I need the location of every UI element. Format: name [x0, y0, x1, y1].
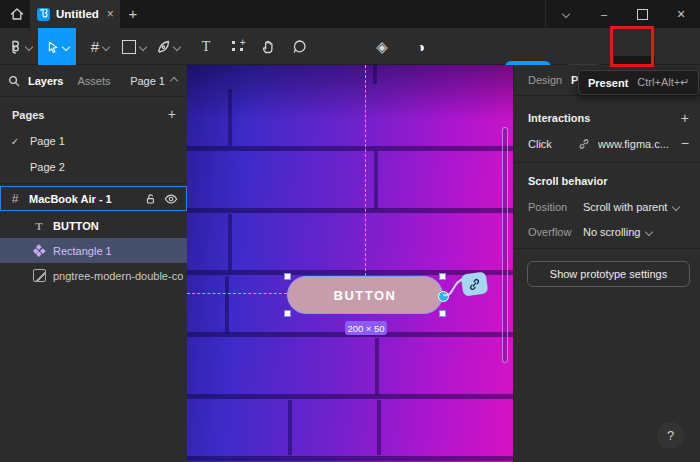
- interactions-header: Interactions: [528, 112, 590, 124]
- add-page-button[interactable]: +: [168, 106, 176, 122]
- layer-name: BUTTON: [53, 220, 99, 232]
- pages-header: Pages: [0, 103, 187, 127]
- position-label: Position: [528, 201, 580, 213]
- sidebar-header: Layers Assets Page 1: [0, 65, 187, 97]
- tab-title: Untitled: [56, 8, 99, 20]
- position-value: Scroll with parent: [583, 201, 667, 213]
- alignment-guide-vertical: [365, 65, 366, 276]
- selection-handle[interactable]: [284, 273, 291, 280]
- brick-joint: [225, 276, 229, 333]
- component-instance-icon: [31, 245, 47, 256]
- mask-button[interactable]: ◑: [409, 28, 433, 65]
- overflow-label: Overflow: [528, 226, 580, 238]
- sidebar-item-page1[interactable]: ✓ Page 1: [0, 129, 187, 153]
- page-selector-label: Page 1: [130, 75, 165, 87]
- layer-row-frame[interactable]: # MacBook Air - 1: [0, 186, 187, 211]
- resources-button[interactable]: +: [226, 28, 250, 65]
- interaction-row[interactable]: Click www.figma.c... −: [514, 135, 700, 153]
- sidebar-item-page2[interactable]: Page 2: [0, 155, 187, 179]
- page-selector[interactable]: Page 1: [130, 75, 177, 87]
- add-interaction-button[interactable]: +: [681, 110, 689, 126]
- selected-object[interactable]: BUTTON: [287, 276, 443, 314]
- frame-tool-button[interactable]: #: [84, 28, 116, 65]
- canvas-scrollbar[interactable]: [502, 127, 508, 363]
- text-tool-button[interactable]: T: [194, 28, 218, 65]
- comment-icon: [292, 39, 307, 54]
- page-name: Page 1: [30, 135, 65, 147]
- layer-row-rectangle-selected[interactable]: Rectangle 1: [0, 238, 187, 263]
- eye-icon[interactable]: [164, 193, 178, 205]
- page-name: Page 2: [30, 161, 65, 173]
- tab-design[interactable]: Design: [528, 74, 562, 86]
- new-tab-button[interactable]: +: [124, 4, 142, 22]
- layer-row-text[interactable]: T BUTTON: [0, 213, 187, 238]
- overflow-row: Overflow No scrolling: [514, 224, 700, 240]
- brick-joint: [373, 65, 377, 84]
- main-menu-button[interactable]: [4, 28, 36, 65]
- search-icon[interactable]: [8, 75, 20, 87]
- shape-tool-button[interactable]: [118, 28, 150, 65]
- pages-header-label: Pages: [12, 109, 44, 121]
- check-icon: ✓: [0, 136, 30, 147]
- text-icon: T: [202, 39, 211, 55]
- red-highlight-box: [610, 26, 654, 67]
- maximize-icon: [637, 9, 648, 20]
- scroll-behavior-header-row: Scroll behavior: [514, 173, 700, 189]
- tab-assets[interactable]: Assets: [77, 75, 110, 87]
- link-icon: [578, 138, 590, 150]
- prototype-link-badge[interactable]: [461, 271, 489, 296]
- interaction-trigger[interactable]: Click: [528, 138, 572, 150]
- move-cursor-icon: [45, 39, 59, 54]
- chevron-down-icon: [102, 42, 110, 50]
- window-menu-button[interactable]: [551, 0, 581, 28]
- layer-name: MacBook Air - 1: [29, 193, 144, 205]
- size-badge: 200 × 50: [345, 321, 387, 335]
- layer-row-image[interactable]: pngtree-modern-double-color...: [0, 263, 187, 288]
- interactions-header-row: Interactions +: [514, 110, 700, 126]
- chevron-down-icon: [24, 42, 32, 50]
- right-panel: Design Prototype Interactions + Click ww…: [513, 65, 700, 462]
- window-close-button[interactable]: ×: [666, 0, 696, 28]
- interaction-target[interactable]: www.figma.c...: [598, 138, 672, 150]
- comment-tool-button[interactable]: [287, 28, 311, 65]
- selection-handle[interactable]: [284, 310, 291, 317]
- remove-interaction-button[interactable]: −: [681, 135, 689, 151]
- unlock-icon[interactable]: [144, 193, 156, 205]
- brick-joint: [228, 214, 232, 271]
- window-minimize-button[interactable]: –: [589, 0, 619, 28]
- pen-icon: [156, 40, 170, 54]
- hand-tool-button[interactable]: [256, 28, 280, 65]
- tab-layers[interactable]: Layers: [28, 75, 63, 87]
- position-row: Position Scroll with parent: [514, 199, 700, 215]
- scroll-behavior-header: Scroll behavior: [528, 175, 607, 187]
- frame-icon: #: [91, 38, 99, 55]
- pen-tool-button[interactable]: [152, 28, 184, 65]
- create-component-button[interactable]: ◈: [370, 28, 394, 65]
- alignment-guide-horizontal: [187, 293, 287, 294]
- overflow-dropdown[interactable]: No scrolling: [583, 226, 652, 238]
- chevron-down-icon: [62, 42, 70, 50]
- window-maximize-button[interactable]: [627, 0, 657, 28]
- home-button[interactable]: [9, 6, 25, 22]
- brick-joint: [228, 89, 232, 146]
- help-button[interactable]: ?: [657, 422, 684, 449]
- show-prototype-settings-button[interactable]: Show prototype settings: [527, 261, 690, 287]
- present-tooltip: Present Ctrl+Alt+↵: [578, 70, 699, 95]
- chevron-down-icon: [645, 228, 653, 236]
- mask-icon: ◑: [417, 39, 425, 55]
- file-tab[interactable]: Untitled ×: [30, 0, 120, 28]
- selection-handle[interactable]: [439, 310, 446, 317]
- frame-icon: #: [1, 192, 29, 206]
- left-sidebar: Layers Assets Page 1 Pages + ✓ Page 1 Pa…: [0, 65, 187, 462]
- chevron-down-icon: [139, 42, 147, 50]
- move-tool-button[interactable]: [38, 28, 76, 65]
- toolbar: # T +: [0, 28, 700, 65]
- component-icon: ◈: [376, 38, 388, 56]
- tab-close-icon[interactable]: ×: [107, 7, 114, 21]
- position-dropdown[interactable]: Scroll with parent: [583, 201, 679, 213]
- link-icon: [467, 277, 482, 292]
- canvas-button[interactable]: BUTTON: [287, 276, 443, 314]
- figma-app-window: Untitled × + – × #: [0, 0, 700, 462]
- figma-menu-icon: [9, 40, 22, 54]
- canvas[interactable]: BUTTON 200 × 50: [187, 65, 513, 462]
